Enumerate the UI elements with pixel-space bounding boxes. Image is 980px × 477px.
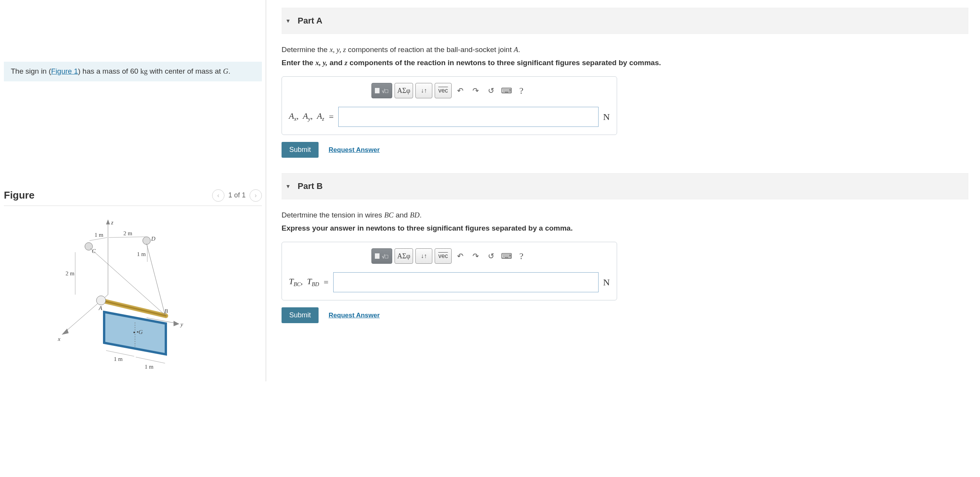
part-a-toolbar: √□ ΑΣφ ↓↑ vec ↶ ↷ ↺ ⌨ ?: [289, 83, 610, 98]
part-a-question: Determine the x, y, z components of reac…: [282, 46, 968, 54]
part-b-title: Part B: [298, 181, 323, 191]
label-G: •G: [137, 329, 143, 335]
problem-text-1: The sign in (: [11, 67, 51, 75]
svg-line-21: [136, 357, 165, 363]
svg-point-18: [133, 332, 135, 333]
svg-line-9: [109, 237, 146, 238]
figure-title: Figure: [4, 189, 34, 201]
problem-period: .: [228, 67, 230, 75]
part-a-answer-input[interactable]: [338, 107, 599, 127]
part-a-lhs: Ax, Ay, Az: [289, 111, 324, 122]
undo-icon[interactable]: ↶: [454, 251, 467, 261]
svg-marker-5: [174, 321, 179, 326]
template-button[interactable]: √□: [371, 83, 392, 98]
collapse-icon: ▼: [285, 183, 291, 189]
dim-2m-left: 2 m: [66, 270, 74, 276]
redo-icon[interactable]: ↷: [469, 86, 482, 95]
axis-x-label: x: [57, 336, 61, 342]
svg-point-14: [96, 296, 106, 305]
figure-next-button[interactable]: ›: [250, 189, 262, 202]
svg-line-20: [106, 351, 134, 356]
axis-y-label: y: [180, 321, 183, 327]
label-A: A: [98, 305, 103, 311]
figure-prev-button[interactable]: ‹: [212, 189, 224, 202]
figure-diagram: z x y C D 1 m 2 m 1 m 2 m: [4, 206, 262, 374]
part-b-answer-input[interactable]: [333, 272, 599, 292]
vec-button[interactable]: vec: [435, 83, 452, 98]
part-a-answer-panel: √□ ΑΣφ ↓↑ vec ↶ ↷ ↺ ⌨ ? Ax, Ay, Az = N: [282, 76, 617, 135]
part-b-request-answer-link[interactable]: Request Answer: [329, 312, 380, 319]
part-a-instruction: Enter the x, y, and z components of the …: [282, 59, 968, 67]
svg-text:√□: √□: [382, 254, 388, 260]
dim-1m-top-left: 1 m: [94, 232, 103, 238]
help-icon[interactable]: ?: [516, 251, 527, 261]
help-icon[interactable]: ?: [516, 86, 527, 96]
dim-2m-top: 2 m: [123, 230, 132, 236]
greek-button[interactable]: ΑΣφ: [395, 83, 413, 98]
part-b-question: Detertmine the tension in wires BC and B…: [282, 211, 968, 219]
svg-point-6: [85, 243, 93, 250]
undo-icon[interactable]: ↶: [454, 86, 467, 95]
part-a-title: Part A: [298, 16, 322, 26]
equals-sign: =: [324, 277, 328, 287]
subscript-button[interactable]: ↓↑: [415, 248, 432, 264]
label-D: D: [151, 236, 155, 242]
part-b-toolbar: √□ ΑΣφ ↓↑ vec ↶ ↷ ↺ ⌨ ?: [289, 248, 610, 264]
part-a-header[interactable]: ▼ Part A: [282, 8, 968, 34]
svg-marker-3: [106, 219, 110, 224]
vec-button[interactable]: vec: [435, 248, 452, 264]
keyboard-icon[interactable]: ⌨: [500, 251, 513, 261]
dim-1m-bottom-left: 1 m: [114, 356, 123, 362]
axis-z-label: z: [111, 219, 113, 226]
problem-text-3: with center of mass at: [148, 67, 223, 75]
part-b-header[interactable]: ▼ Part B: [282, 173, 968, 199]
part-b-unit: N: [603, 277, 610, 288]
subscript-button[interactable]: ↓↑: [415, 83, 432, 98]
reset-icon[interactable]: ↺: [485, 86, 498, 95]
part-a-unit: N: [603, 112, 610, 122]
dim-1m-right: 1 m: [137, 251, 146, 257]
problem-text-2: ) has a mass of 60: [78, 67, 140, 75]
part-b-answer-panel: √□ ΑΣφ ↓↑ vec ↶ ↷ ↺ ⌨ ? TBC, TBD = N: [282, 242, 617, 300]
label-C: C: [92, 248, 96, 254]
equals-sign: =: [329, 112, 334, 122]
part-b-instruction: Express your answer in newtons to three …: [282, 224, 968, 233]
part-b-lhs: TBC, TBD: [289, 276, 319, 288]
collapse-icon: ▼: [285, 18, 291, 24]
figure-page-count: 1 of 1: [228, 191, 246, 199]
svg-rect-24: [375, 253, 380, 259]
figure-pager: ‹ 1 of 1 ›: [212, 189, 262, 202]
redo-icon[interactable]: ↷: [469, 251, 482, 261]
svg-rect-22: [375, 88, 380, 93]
dim-1m-bottom-right: 1 m: [145, 364, 153, 370]
svg-line-16: [147, 244, 165, 315]
g-var: G: [223, 67, 228, 75]
part-a-submit-button[interactable]: Submit: [282, 142, 319, 158]
svg-marker-17: [104, 312, 166, 354]
figure-link[interactable]: Figure 1: [51, 67, 78, 75]
part-a-request-answer-link[interactable]: Request Answer: [329, 146, 380, 154]
label-B: B: [164, 308, 168, 314]
keyboard-icon[interactable]: ⌨: [500, 86, 513, 95]
svg-point-7: [143, 237, 150, 244]
template-button[interactable]: √□: [371, 248, 392, 264]
reset-icon[interactable]: ↺: [485, 251, 498, 261]
part-b-submit-button[interactable]: Submit: [282, 307, 319, 323]
greek-button[interactable]: ΑΣφ: [395, 248, 413, 264]
svg-line-8: [89, 238, 107, 241]
mass-unit: kg: [140, 67, 148, 75]
problem-statement: The sign in (Figure 1) has a mass of 60 …: [4, 62, 262, 81]
svg-text:√□: √□: [382, 88, 388, 94]
